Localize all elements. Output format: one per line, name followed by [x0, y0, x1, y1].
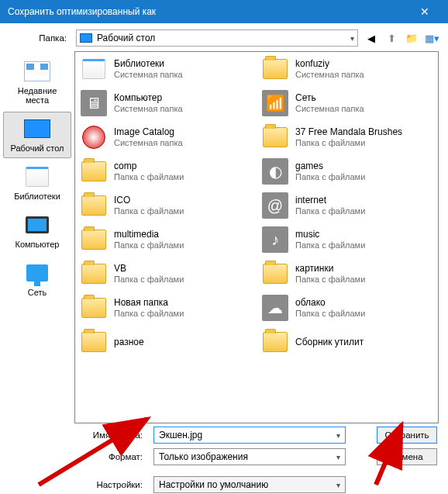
network-icon [23, 261, 51, 285]
item-icon [261, 260, 289, 288]
item-icon: ◐ [261, 157, 289, 185]
item-type: Системная папка [114, 138, 183, 149]
list-item[interactable]: 📶СетьСистемная папка [257, 86, 438, 120]
item-type: Папка с файлами [295, 206, 365, 217]
up-icon[interactable]: ⬆ [384, 31, 398, 45]
item-type: Папка с файлами [295, 275, 365, 285]
item-type: Папка с файлами [295, 138, 402, 149]
list-item[interactable]: ☁облакоПапка с файлами [257, 291, 438, 325]
format-combo[interactable]: Только изображения ▾ [153, 448, 346, 465]
item-icon: @ [261, 192, 289, 219]
list-item[interactable]: Image CatalogСистемная папка [75, 120, 257, 154]
list-item[interactable]: compПапка с файлами [75, 154, 257, 188]
view-menu-icon[interactable]: ▦▾ [425, 31, 439, 45]
place-label: Компьютер [16, 240, 60, 249]
item-name: games [295, 161, 365, 172]
filename-label: Имя файла: [16, 430, 147, 440]
list-item[interactable]: @internetПапка с файлами [257, 188, 438, 223]
item-name: Компьютер [114, 92, 183, 104]
item-icon [80, 157, 108, 185]
list-item[interactable]: ICOПапка с файлами [75, 188, 257, 223]
item-name: internet [295, 195, 365, 206]
place-label: Библиотеки [14, 192, 60, 201]
file-list: БиблиотекиСистемная папка🖥КомпьютерСисте… [74, 51, 439, 423]
list-item[interactable]: Сборник утилит [257, 325, 438, 359]
item-icon: ♪ [261, 226, 289, 254]
filename-input[interactable]: Экшен.jpg ▾ [153, 427, 346, 444]
libraries-icon [23, 165, 51, 188]
place-libraries[interactable]: Библиотеки [3, 160, 71, 206]
item-name: Image Catalog [114, 126, 183, 138]
item-type: Системная папка [114, 104, 183, 115]
settings-label: Настройки: [16, 480, 147, 489]
item-icon [80, 192, 108, 219]
item-type: Папка с файлами [295, 240, 365, 251]
item-icon [80, 294, 108, 322]
item-icon [261, 123, 289, 151]
place-recent[interactable]: Недавние места [3, 54, 71, 110]
save-button[interactable]: Сохранить [377, 427, 437, 444]
item-icon: ☁ [261, 294, 289, 322]
list-item[interactable]: konfuziyСистемная папка [257, 52, 438, 86]
list-item[interactable]: VBПапка с файлами [75, 257, 257, 291]
format-label: Формат: [16, 452, 147, 461]
folder-value: Рабочий стол [97, 33, 350, 43]
window-title: Сохранить оптимизированный как [8, 6, 409, 17]
location-bar: Папка: Рабочий стол ▾ ◀ ⬆ 📁 ▦▾ [0, 23, 448, 51]
chevron-down-icon: ▾ [336, 431, 340, 440]
place-desktop[interactable]: Рабочий стол [3, 112, 71, 158]
item-icon [80, 260, 108, 288]
item-name: Новая папка [114, 297, 184, 309]
item-name: music [295, 229, 365, 240]
desktop-icon [80, 33, 92, 43]
list-item[interactable]: ♪musicПапка с файлами [257, 223, 438, 257]
titlebar: Сохранить оптимизированный как ✕ [0, 0, 448, 23]
places-bar: Недавние местаРабочий столБиблиотекиКомп… [0, 51, 74, 423]
list-item[interactable]: Новая папкаПапка с файлами [75, 291, 257, 325]
item-type: Папка с файлами [114, 309, 184, 320]
list-item[interactable]: БиблиотекиСистемная папка [75, 52, 257, 86]
item-type: Папка с файлами [114, 240, 184, 251]
settings-combo[interactable]: Настройки по умолчанию ▾ [153, 476, 346, 493]
item-name: картинки [295, 263, 365, 275]
item-type: Папка с файлами [114, 206, 184, 217]
chevron-down-icon: ▾ [336, 481, 340, 489]
bottom-panel: Имя файла: Экшен.jpg ▾ Сохранить Формат:… [0, 423, 448, 494]
item-type: Папка с файлами [114, 275, 184, 285]
place-network[interactable]: Сеть [3, 256, 71, 302]
list-item[interactable]: 🖥КомпьютерСистемная папка [75, 86, 257, 120]
list-item[interactable]: 37 Free Mandala BrushesПапка с файлами [257, 120, 438, 154]
list-item[interactable]: multimediaПапка с файлами [75, 223, 257, 257]
item-icon [80, 123, 108, 151]
item-icon [261, 55, 289, 83]
item-name: VB [114, 263, 184, 275]
item-icon [80, 55, 108, 83]
list-item[interactable]: картинкиПапка с файлами [257, 257, 438, 291]
item-name: Сборник утилит [295, 337, 364, 348]
place-label: Недавние места [5, 86, 69, 105]
list-item[interactable]: ◐gamesПапка с файлами [257, 154, 438, 188]
back-icon[interactable]: ◀ [364, 31, 378, 45]
item-type: Папка с файлами [114, 172, 184, 183]
item-name: ICO [114, 195, 184, 206]
close-icon[interactable]: ✕ [409, 5, 440, 18]
place-computer[interactable]: Компьютер [3, 208, 71, 254]
item-icon [80, 328, 108, 356]
chevron-down-icon: ▾ [336, 453, 340, 461]
item-name: 37 Free Mandala Brushes [295, 126, 402, 138]
item-name: облако [295, 297, 365, 309]
item-name: comp [114, 161, 184, 172]
place-label: Сеть [28, 288, 47, 297]
item-name: Библиотеки [114, 58, 183, 70]
cancel-button[interactable]: Отмена [377, 448, 437, 465]
desktop-icon [23, 117, 51, 140]
item-type: Папка с файлами [295, 172, 365, 183]
item-name: konfuziy [295, 58, 364, 70]
list-item[interactable]: разное [75, 325, 257, 359]
item-type: Папка с файлами [295, 309, 365, 320]
item-icon: 📶 [261, 89, 289, 117]
item-name: разное [114, 337, 144, 348]
folder-combo[interactable]: Рабочий стол ▾ [76, 29, 358, 47]
new-folder-icon[interactable]: 📁 [405, 31, 419, 45]
item-icon: 🖥 [80, 89, 108, 117]
